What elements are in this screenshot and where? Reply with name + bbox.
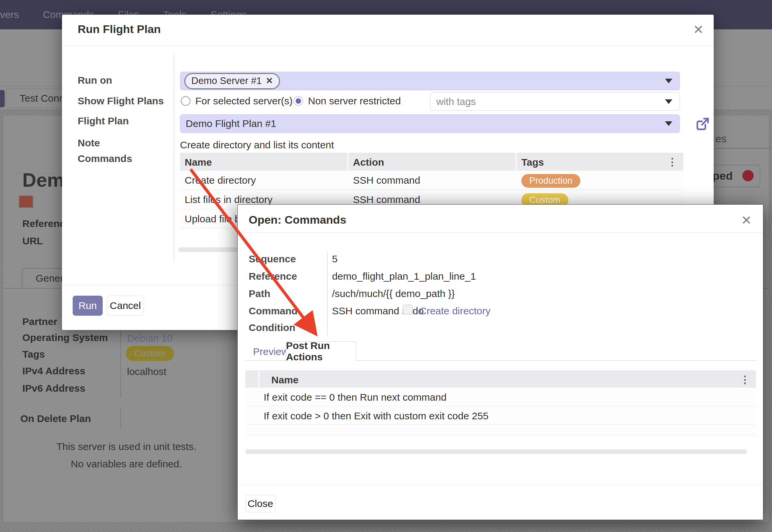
with-tags-placeholder: with tags	[436, 96, 476, 107]
tab-post-run-actions-label: Post Run Actions	[286, 340, 356, 363]
close-button[interactable]: Close	[245, 495, 275, 512]
tab-preview[interactable]: Preview	[253, 346, 289, 357]
cancel-button[interactable]: Cancel	[107, 296, 144, 316]
condition-label: Condition	[249, 322, 295, 333]
row-name: Create directory	[180, 171, 348, 190]
column-options-icon[interactable]: ⋮	[667, 156, 677, 168]
note-label: Note	[78, 137, 100, 149]
chevron-down-icon	[665, 79, 672, 83]
commands-modal-close-icon[interactable]: ✕	[741, 214, 752, 227]
radio-non-server-restricted-label: Non server restricted	[308, 95, 401, 107]
field-column-divider	[327, 251, 328, 326]
post-run-actions-table: Name ⋮ If exit code == 0 then Run next c…	[245, 370, 756, 435]
flight-plan-value: Demo Flight Plan #1	[186, 118, 276, 129]
label-column-divider	[174, 53, 174, 262]
tab-post-run-actions[interactable]: Post Run Actions	[286, 341, 356, 361]
post-run-table-header: Name ⋮	[245, 370, 756, 388]
handle-column-header	[245, 370, 259, 388]
chevron-down-icon	[665, 121, 672, 126]
condition-divider	[327, 319, 328, 335]
commands-modal-title: Open: Commands	[249, 213, 346, 226]
post-run-row-name: If exit code > 0 then Exit with custom e…	[245, 406, 756, 425]
col-header-name[interactable]: Name	[180, 153, 348, 171]
col-header-tags[interactable]: Tags	[517, 153, 683, 171]
reference-field-value: demo_flight_plan_1_plan_line_1	[332, 271, 476, 282]
col-header-action[interactable]: Action	[348, 153, 517, 171]
commands-modal-header-divider	[238, 232, 763, 233]
external-link-icon[interactable]	[695, 116, 711, 132]
col-header-name[interactable]: Name	[259, 370, 756, 388]
server-tag-chip-label: Demo Server #1	[191, 75, 262, 86]
server-tag-chip[interactable]: Demo Server #1 ✕	[184, 73, 280, 89]
path-label: Path	[249, 288, 270, 299]
create-directory-checkbox[interactable]	[403, 305, 413, 315]
column-options-icon[interactable]: ⋮	[740, 374, 750, 385]
flight-plan-select[interactable]: Demo Flight Plan #1	[180, 114, 680, 133]
sequence-label: Sequence	[249, 253, 296, 265]
run-modal-title: Run Flight Plan	[78, 23, 161, 36]
radio-selected-servers[interactable]	[181, 96, 191, 106]
radio-selected-servers-label: For selected server(s)	[195, 95, 293, 107]
run-modal-header-divider	[62, 46, 714, 46]
path-value: /such/much/{{ demo_path }}	[332, 288, 455, 299]
create-directory-link[interactable]: Create directory	[419, 305, 490, 317]
post-run-row-name: If exit code == 0 then Run next command	[245, 388, 756, 407]
run-on-select[interactable]: Demo Server #1 ✕	[180, 72, 680, 90]
post-run-row[interactable]: If exit code > 0 then Exit with custom e…	[245, 406, 756, 425]
horizontal-scrollbar[interactable]	[245, 449, 747, 454]
row-tags: Production	[517, 171, 683, 190]
table-row[interactable]: Create directory SSH command Production	[180, 171, 683, 190]
commands-modal-footer-divider	[238, 485, 763, 485]
chevron-down-icon	[665, 99, 672, 104]
flight-plan-label: Flight Plan	[78, 115, 129, 127]
run-on-label: Run on	[78, 75, 112, 86]
radio-non-server-restricted[interactable]	[293, 96, 303, 106]
run-modal-close-icon[interactable]: ✕	[693, 23, 704, 36]
remove-tag-icon[interactable]: ✕	[266, 76, 273, 86]
screen: vers Commands Files Tools Settings Test …	[0, 0, 772, 532]
row-action: SSH command	[348, 171, 517, 190]
post-run-row[interactable]: If exit code == 0 then Run next command	[245, 388, 756, 406]
tag-production: Production	[521, 174, 580, 188]
reference-field-label: Reference	[249, 271, 297, 282]
commands-table-header: Name Action Tags ⋮	[180, 153, 683, 171]
open-commands-modal: Open: Commands ✕ Sequence 5 Reference de…	[237, 204, 763, 520]
post-run-row-empty	[245, 425, 756, 435]
sequence-value: 5	[332, 253, 338, 265]
plan-description: Create directory and list its content	[180, 139, 334, 151]
show-flight-plans-label: Show Flight Plans	[78, 95, 164, 107]
commands-label: Commands	[78, 153, 132, 164]
command-label: Command	[249, 305, 298, 317]
with-tags-select[interactable]: with tags	[430, 92, 680, 111]
run-button[interactable]: Run	[73, 296, 103, 316]
